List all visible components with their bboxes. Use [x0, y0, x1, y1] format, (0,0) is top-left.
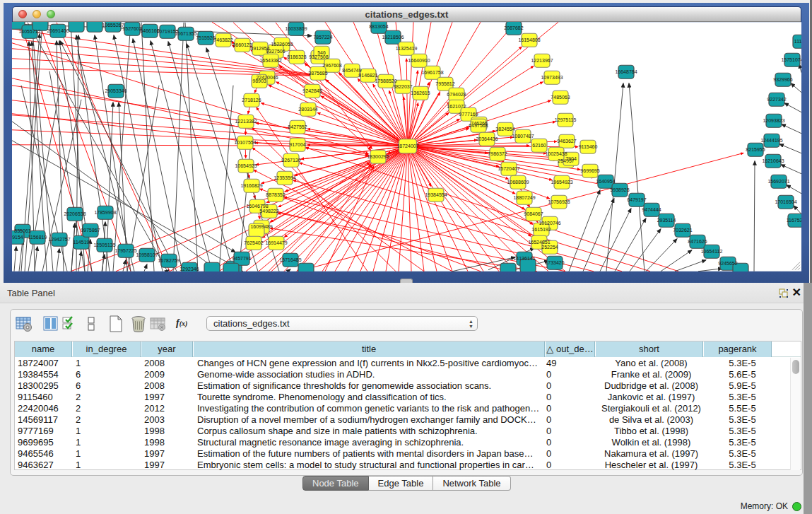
svg-text:3875685: 3875685 [308, 71, 327, 76]
svg-text:7485063: 7485063 [551, 95, 570, 100]
svg-text:17016504: 17016504 [775, 199, 796, 204]
svg-text:19218506: 19218506 [382, 35, 404, 40]
svg-text:16033809: 16033809 [285, 26, 307, 31]
svg-text:2718126: 2718126 [242, 98, 261, 103]
svg-text:16154808: 16154808 [518, 37, 540, 42]
svg-text:19384554: 19384554 [425, 192, 447, 197]
svg-text:9975867: 9975867 [81, 228, 100, 233]
svg-text:1362615: 1362615 [411, 90, 430, 95]
svg-text:12942757: 12942757 [48, 237, 70, 242]
svg-text:7857224: 7857224 [313, 35, 332, 40]
svg-text:16524851: 16524851 [528, 240, 550, 245]
svg-text:10025438: 10025438 [545, 151, 567, 156]
svg-text:12093823: 12093823 [763, 118, 784, 123]
svg-text:20206538: 20206538 [64, 211, 86, 216]
svg-text:11325419: 11325419 [396, 46, 418, 51]
svg-text:29053346: 29053346 [105, 88, 126, 93]
svg-text:8660123: 8660123 [233, 42, 252, 47]
svg-text:9115460: 9115460 [579, 144, 598, 149]
svg-text:10807487: 10807487 [512, 134, 534, 139]
svg-text:1615192: 1615192 [531, 227, 551, 232]
svg-text:2087682: 2087682 [504, 25, 523, 30]
svg-text:8267130: 8267130 [281, 158, 300, 163]
svg-text:917004: 917004 [289, 142, 305, 147]
svg-text:252254: 252254 [541, 245, 558, 250]
svg-text:8215955: 8215955 [746, 147, 765, 152]
svg-text:9777169: 9777169 [459, 112, 478, 117]
svg-text:10973493: 10973493 [541, 75, 563, 80]
svg-text:1167533: 1167533 [787, 218, 801, 223]
svg-text:10120746: 10120746 [539, 221, 560, 226]
svg-text:16782759: 16782759 [158, 258, 180, 263]
svg-text:546: 546 [317, 50, 326, 55]
svg-text:15751074: 15751074 [781, 57, 801, 62]
svg-text:7463822: 7463822 [213, 37, 233, 42]
svg-text:7955812: 7955812 [435, 81, 454, 86]
svg-text:9242845: 9242845 [302, 88, 322, 93]
svg-text:9084067: 9084067 [524, 211, 543, 216]
svg-text:114519: 114519 [73, 240, 90, 245]
svg-text:7625402: 7625402 [244, 240, 263, 245]
svg-text:7032621: 7032621 [673, 228, 692, 233]
svg-text:9227342: 9227342 [767, 97, 786, 102]
svg-text:8427552: 8427552 [288, 124, 307, 129]
svg-text:5498222: 5498222 [259, 209, 278, 214]
svg-text:9146821: 9146821 [358, 73, 377, 78]
svg-text:10655267: 10655267 [102, 23, 124, 28]
svg-text:8186328: 8186328 [287, 54, 306, 59]
svg-text:2935114: 2935114 [657, 218, 676, 223]
svg-text:6497568: 6497568 [469, 123, 488, 128]
svg-text:9327506: 9327506 [266, 49, 285, 54]
svg-text:10756928: 10756928 [548, 199, 570, 204]
svg-text:10671355: 10671355 [175, 31, 196, 36]
svg-text:16099489: 16099489 [250, 224, 272, 229]
svg-text:16961758: 16961758 [421, 70, 443, 75]
svg-text:62160: 62160 [532, 143, 546, 148]
svg-text:12975115: 12975115 [555, 117, 577, 122]
svg-text:10958107: 10958107 [136, 252, 158, 257]
svg-text:9699695: 9699695 [580, 168, 599, 173]
svg-text:10654112: 10654112 [701, 249, 723, 254]
svg-text:3822037: 3822037 [393, 84, 412, 89]
svg-text:12444195: 12444195 [760, 138, 782, 143]
svg-text:835061: 835061 [14, 228, 30, 233]
svg-text:2803144: 2803144 [298, 107, 317, 112]
svg-text:8454749: 8454749 [342, 68, 361, 73]
svg-text:19654923: 19654923 [551, 180, 572, 185]
svg-text:9245652: 9245652 [718, 261, 737, 266]
svg-text:15692071: 15692071 [767, 179, 789, 184]
svg-text:9474444: 9474444 [642, 207, 661, 212]
svg-text:9327508: 9327508 [309, 54, 328, 59]
svg-text:20691406: 20691406 [47, 28, 69, 33]
svg-text:19166829: 19166829 [240, 183, 262, 188]
svg-text:10688609: 10688609 [507, 180, 529, 185]
svg-text:14055712: 14055712 [18, 29, 40, 34]
svg-text:5938928: 5938928 [610, 187, 629, 192]
svg-text:9329966: 9329966 [773, 77, 792, 82]
svg-text:14136141: 14136141 [513, 256, 535, 261]
svg-text:15720407: 15720407 [498, 166, 519, 171]
svg-text:10654925: 10654925 [235, 163, 257, 168]
svg-text:18724007: 18724007 [396, 144, 418, 148]
svg-text:16914479: 16914479 [265, 240, 287, 245]
svg-text:6794028: 6794028 [447, 92, 466, 97]
svg-text:18300295: 18300295 [367, 154, 389, 159]
svg-text:7515526: 7515526 [196, 35, 215, 40]
svg-text:8813054: 8813054 [369, 24, 388, 29]
svg-text:12213967: 12213967 [531, 58, 553, 63]
svg-text:16640910: 16640910 [408, 58, 430, 63]
svg-text:9463627: 9463627 [557, 139, 576, 144]
svg-text:1733426: 1733426 [545, 260, 564, 265]
svg-text:1527602: 1527602 [122, 26, 141, 31]
svg-text:10107554: 10107554 [234, 140, 256, 145]
svg-text:17957225: 17957225 [114, 248, 136, 253]
svg-text:16648784: 16648784 [615, 69, 637, 74]
svg-text:8878352: 8878352 [266, 192, 285, 197]
svg-text:8471626: 8471626 [688, 239, 707, 244]
svg-text:17859908: 17859908 [94, 210, 116, 215]
svg-text:3824554: 3824554 [495, 127, 514, 132]
svg-text:98903: 98903 [252, 78, 266, 83]
svg-text:6479197: 6479197 [627, 197, 646, 202]
svg-text:1621072: 1621072 [447, 104, 466, 109]
svg-text:17588520: 17588520 [375, 78, 396, 83]
